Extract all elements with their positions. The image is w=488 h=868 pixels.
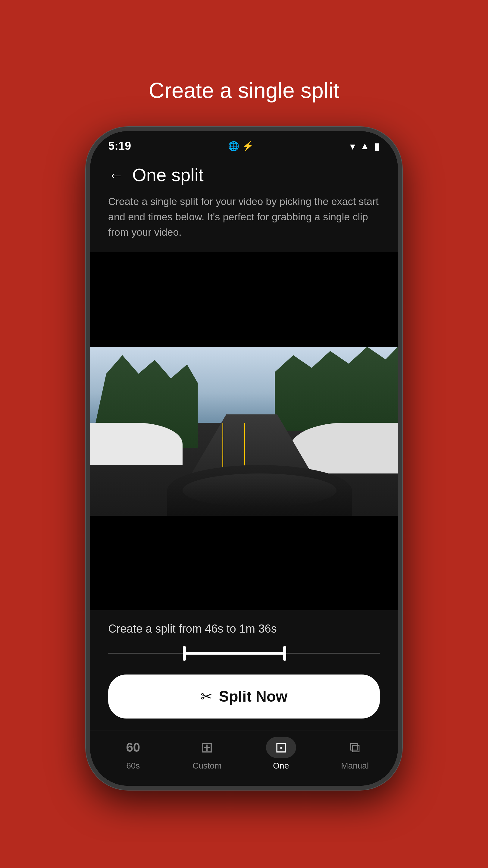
- nav-item-60s[interactable]: 60 60s: [96, 737, 170, 771]
- scissors-icon: ✂: [201, 688, 213, 705]
- bottom-nav: 60 60s ⊞ Custom ⊡ One: [90, 731, 398, 786]
- app-header: ← One split Create a single split for yo…: [90, 156, 398, 252]
- hood-reflection: [183, 473, 336, 507]
- status-bar: 5:19 🌐 ⚡ ▾ ▲ ▮: [90, 131, 398, 156]
- nav-item-one[interactable]: ⊡ One: [244, 737, 318, 771]
- road-scene: [90, 347, 398, 516]
- nav-label-one: One: [273, 761, 289, 771]
- signal-icon: ▲: [360, 141, 369, 152]
- screen: 5:19 🌐 ⚡ ▾ ▲ ▮ ← One split Create a sing…: [90, 131, 398, 786]
- controls-area: Create a split from 46s to 1m 36s ✂ Spli…: [90, 610, 398, 731]
- 60s-icon: 60: [126, 741, 140, 754]
- status-time: 5:19: [108, 140, 131, 153]
- nav-item-manual[interactable]: ⧉ Manual: [318, 737, 392, 771]
- nav-label-custom: Custom: [193, 761, 221, 771]
- app-icon-2: ⚡: [242, 141, 253, 151]
- app-icon-1: 🌐: [228, 141, 239, 151]
- nav-icon-wrapper-manual: ⧉: [350, 737, 360, 758]
- split-now-button[interactable]: ✂ Split Now: [108, 675, 380, 718]
- back-button[interactable]: ←: [108, 166, 124, 184]
- slider-selection: [184, 652, 285, 655]
- slider-handle-end[interactable]: [283, 646, 286, 661]
- status-right-icons: ▾ ▲ ▮: [350, 140, 380, 152]
- snow-left: [90, 423, 183, 465]
- phone-device: 5:19 🌐 ⚡ ▾ ▲ ▮ ← One split Create a sing…: [86, 127, 402, 790]
- manual-icon: ⧉: [350, 740, 360, 755]
- custom-icon: ⊞: [201, 740, 213, 755]
- phone-shell: 5:19 🌐 ⚡ ▾ ▲ ▮ ← One split Create a sing…: [86, 127, 402, 790]
- status-center-icons: 🌐 ⚡: [228, 141, 253, 151]
- page-title: Create a single split: [149, 78, 339, 103]
- battery-icon: ▮: [375, 141, 380, 152]
- range-slider[interactable]: [108, 644, 380, 662]
- trees-right: [275, 347, 398, 431]
- header-description: Create a single split for your video by …: [108, 194, 380, 240]
- slider-handle-start[interactable]: [183, 646, 186, 661]
- one-icon: ⊡: [275, 740, 287, 755]
- nav-label-manual: Manual: [341, 761, 369, 771]
- split-now-label: Split Now: [219, 688, 288, 705]
- nav-label-60s: 60s: [126, 761, 140, 771]
- nav-icon-wrapper-60s: 60: [126, 737, 140, 758]
- nav-icon-wrapper-one: ⊡: [266, 737, 296, 758]
- nav-icon-wrapper-custom: ⊞: [201, 737, 213, 758]
- screen-title: One split: [132, 164, 204, 185]
- video-frame[interactable]: [90, 347, 398, 516]
- wifi-icon: ▾: [350, 140, 355, 152]
- split-range-label: Create a split from 46s to 1m 36s: [108, 622, 380, 635]
- video-area: [90, 252, 398, 610]
- nav-item-custom[interactable]: ⊞ Custom: [170, 737, 244, 771]
- header-nav: ← One split: [108, 164, 380, 185]
